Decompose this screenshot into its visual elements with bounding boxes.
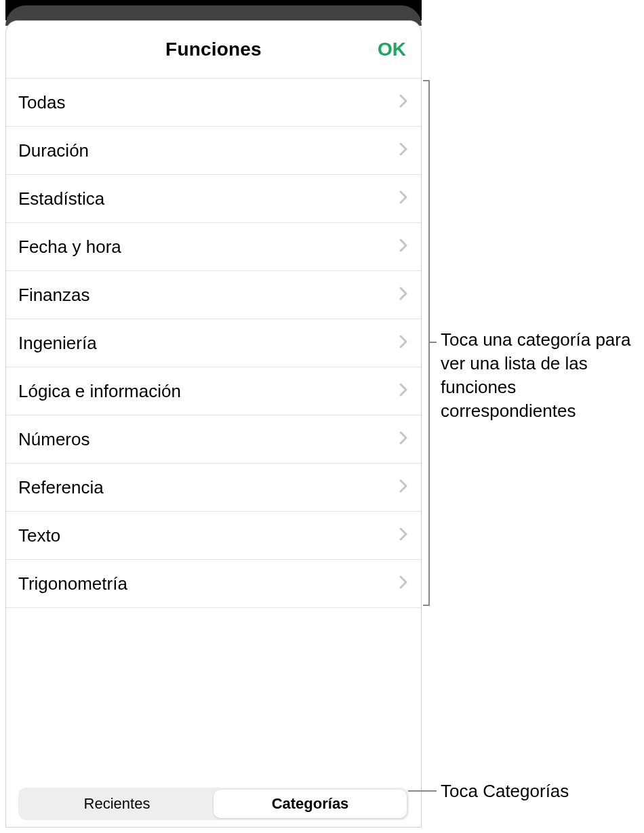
- chevron-right-icon: [399, 142, 409, 159]
- segment-recent[interactable]: Recientes: [20, 790, 214, 818]
- chevron-right-icon: [399, 383, 409, 399]
- category-label: Trigonometría: [18, 573, 127, 594]
- callout-bracket: [423, 605, 430, 606]
- category-label: Fecha y hora: [18, 237, 121, 258]
- category-row[interactable]: Fecha y hora: [6, 223, 421, 271]
- category-row[interactable]: Finanzas: [6, 271, 421, 319]
- category-label: Lógica e información: [18, 381, 181, 402]
- category-row[interactable]: Números: [6, 415, 421, 464]
- chevron-right-icon: [399, 479, 409, 495]
- category-label: Estadística: [18, 188, 104, 209]
- category-row[interactable]: Trigonometría: [6, 560, 421, 608]
- segment-categories[interactable]: Categorías: [214, 790, 407, 818]
- category-row[interactable]: Texto: [6, 512, 421, 560]
- segment-categories-label: Categorías: [272, 795, 349, 813]
- category-list: TodasDuraciónEstadísticaFecha y horaFina…: [6, 78, 421, 608]
- callout-line: [408, 790, 437, 792]
- category-row[interactable]: Duración: [6, 127, 421, 175]
- chevron-right-icon: [399, 431, 409, 447]
- segment-recent-label: Recientes: [84, 795, 150, 813]
- chevron-right-icon: [399, 575, 409, 592]
- chevron-right-icon: [399, 527, 409, 544]
- category-label: Números: [18, 429, 89, 450]
- callout-list: Toca una categoría para ver una lista de…: [441, 328, 637, 423]
- chevron-right-icon: [399, 239, 409, 255]
- category-row[interactable]: Referencia: [6, 464, 421, 512]
- category-row[interactable]: Estadística: [6, 175, 421, 223]
- chevron-right-icon: [399, 190, 409, 207]
- panel-title: Funciones: [165, 39, 262, 60]
- callout-bracket: [423, 80, 430, 81]
- category-label: Finanzas: [18, 285, 90, 306]
- category-label: Duración: [18, 140, 89, 161]
- category-label: Referencia: [18, 477, 104, 498]
- callout-segmented: Toca Categorías: [441, 779, 637, 803]
- category-label: Texto: [18, 525, 60, 546]
- chevron-right-icon: [399, 94, 409, 110]
- callout-bracket: [428, 80, 430, 606]
- category-row[interactable]: Lógica e información: [6, 367, 421, 415]
- chevron-right-icon: [399, 287, 409, 303]
- category-label: Ingeniería: [18, 333, 97, 354]
- chevron-right-icon: [399, 335, 409, 351]
- ok-button[interactable]: OK: [378, 39, 406, 60]
- category-row[interactable]: Todas: [6, 79, 421, 127]
- callout-bracket: [428, 342, 437, 343]
- functions-panel: Funciones OK TodasDuraciónEstadísticaFec…: [5, 20, 422, 828]
- category-row[interactable]: Ingeniería: [6, 319, 421, 367]
- segmented-control: Recientes Categorías: [18, 788, 409, 820]
- panel-header: Funciones OK: [6, 21, 421, 78]
- category-label: Todas: [18, 92, 65, 113]
